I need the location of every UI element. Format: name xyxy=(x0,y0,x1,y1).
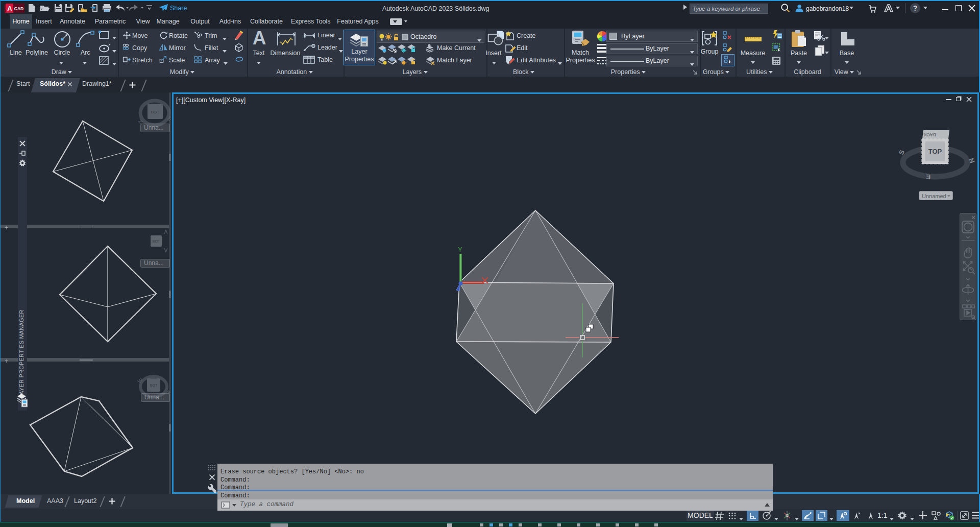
svg-text:TOP: TOP xyxy=(928,148,942,155)
svg-text:Y: Y xyxy=(458,246,462,253)
svg-text:BOT: BOT xyxy=(153,239,160,243)
svg-text:E: E xyxy=(926,173,931,181)
svg-text:BACK: BACK xyxy=(923,132,936,137)
svg-text:CAD: CAD xyxy=(14,6,23,11)
svg-text:A: A xyxy=(7,5,12,12)
svg-text:BOT: BOT xyxy=(151,110,160,114)
svg-text:BOT: BOT xyxy=(150,384,158,387)
